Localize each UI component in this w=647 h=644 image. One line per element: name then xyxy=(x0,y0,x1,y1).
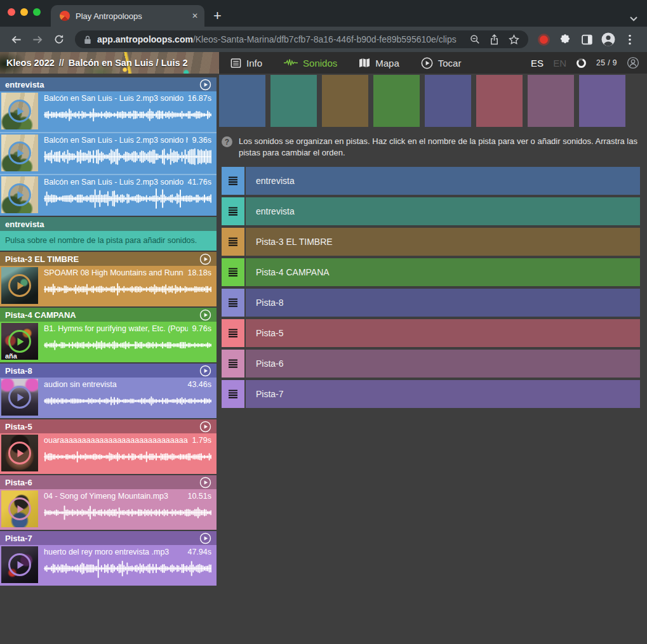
clip-play-icon[interactable] xyxy=(8,386,31,409)
minimize-window-button[interactable] xyxy=(20,8,28,16)
clip-play-icon[interactable] xyxy=(8,330,31,353)
sidebar-track-header[interactable]: Pista-6 xyxy=(0,475,217,489)
clip-play-icon[interactable] xyxy=(8,141,31,164)
audio-clip[interactable]: ouaraaaaaaaaaaaaaaaaaaaaaaaaaaaaaaaaaaa.… xyxy=(0,433,217,474)
track-row-body[interactable]: Pista-4 CAMPANA xyxy=(246,258,640,286)
track-row-body[interactable]: entrevista xyxy=(246,167,640,195)
audio-clip[interactable]: Balcón en San Luis - Luis 2.mp3 sonido h… xyxy=(0,133,217,175)
play-track-icon[interactable] xyxy=(199,309,211,321)
track-row-body[interactable]: Pista-6 xyxy=(246,350,640,378)
sidebar-track-header[interactable]: Pista-8 xyxy=(0,364,217,378)
sidebar-track-header[interactable]: Pista-3 EL TIMBRE xyxy=(0,252,217,266)
play-track-icon[interactable] xyxy=(199,476,211,489)
audio-clip[interactable]: audion sin entrevista43.46s xyxy=(0,378,217,418)
track-row-body[interactable]: Pista-7 xyxy=(246,380,640,408)
track-row[interactable]: Pista-3 EL TIMBRE xyxy=(222,228,640,256)
clip-title-row: 04 - Song of Yimeng Mountain.mp310.51s xyxy=(44,492,211,501)
clip-play-icon[interactable] xyxy=(8,442,31,464)
drag-handle-icon[interactable] xyxy=(222,258,244,286)
drag-handle-icon[interactable] xyxy=(222,228,244,256)
lang-en-button[interactable]: EN xyxy=(553,58,566,69)
clip-waveform xyxy=(44,335,211,355)
tab-search-chevron-icon[interactable] xyxy=(629,16,638,22)
sidebar-track-header[interactable]: Pista-5 xyxy=(0,419,217,433)
nav-item-sonidos[interactable]: Sonidos xyxy=(284,58,337,69)
drag-handle-icon[interactable] xyxy=(222,319,244,347)
audio-clip[interactable]: añaB1. Hymns for purifying water, Etc. (… xyxy=(0,322,217,362)
track-row[interactable]: entrevista xyxy=(222,197,640,225)
play-track-icon[interactable] xyxy=(199,365,211,377)
new-tab-button[interactable]: + xyxy=(213,9,222,23)
url-bar[interactable]: app.antropoloops.com/Kleos-Santa-Marina/… xyxy=(75,30,528,48)
tab-close-icon[interactable]: ✕ xyxy=(192,11,198,20)
browser-tab[interactable]: Play Antropoloops ✕ xyxy=(51,5,204,27)
maximize-window-button[interactable] xyxy=(33,8,41,16)
track-row-body[interactable]: Pista-3 EL TIMBRE xyxy=(246,228,640,256)
play-track-icon[interactable] xyxy=(199,532,211,544)
sidebar-track-header[interactable]: entrevista xyxy=(0,77,217,91)
drag-handle-icon[interactable] xyxy=(222,350,244,378)
reload-icon[interactable] xyxy=(50,30,69,49)
menu-dots-icon[interactable] xyxy=(620,30,639,49)
forward-icon[interactable] xyxy=(28,30,47,49)
recording-indicator-icon[interactable] xyxy=(540,36,548,44)
clip-play-icon[interactable] xyxy=(8,183,31,206)
track-row[interactable]: Pista-8 xyxy=(222,289,640,317)
sidebar-track-header[interactable]: Pista-7 xyxy=(0,531,217,545)
breadcrumb-project[interactable]: Kleos 2022 xyxy=(6,58,55,68)
drag-handle-icon[interactable] xyxy=(222,197,244,225)
track-row[interactable]: Pista-4 CAMPANA xyxy=(222,258,640,286)
clip-thumbnail xyxy=(1,546,38,583)
play-track-icon[interactable] xyxy=(199,421,211,433)
track-row-body[interactable]: Pista-8 xyxy=(246,289,640,317)
clip-title: huerto del rey moro entrevista .mp3 xyxy=(44,548,183,556)
share-icon[interactable] xyxy=(490,34,499,45)
clip-duration: 1.79s xyxy=(192,436,211,445)
track-row[interactable]: entrevista xyxy=(222,167,640,195)
lang-es-button[interactable]: ES xyxy=(531,58,544,69)
close-window-button[interactable] xyxy=(8,8,15,16)
track-row-body[interactable]: Pista-5 xyxy=(246,319,640,347)
play-track-icon[interactable] xyxy=(199,79,211,91)
clip-title: B1. Hymns for purifying water, Etc. (Pop… xyxy=(44,324,188,333)
extensions-puzzle-icon[interactable] xyxy=(556,30,575,49)
back-icon[interactable] xyxy=(6,30,25,49)
account-icon[interactable] xyxy=(627,56,639,69)
track-color-swatch xyxy=(425,75,471,127)
drag-handle-icon[interactable] xyxy=(222,380,244,408)
sidebar-track-header[interactable]: entrevista xyxy=(0,217,217,231)
track-row[interactable]: Pista-6 xyxy=(222,350,640,378)
profile-avatar-icon[interactable] xyxy=(599,30,618,49)
nav-item-tocar[interactable]: Tocar xyxy=(421,57,462,69)
track-empty-hint: Pulsa sobre el nombre de la pista para a… xyxy=(0,231,217,251)
bookmark-star-icon[interactable] xyxy=(509,34,519,45)
tab-title: Play Antropoloops xyxy=(76,11,186,21)
play-track-icon[interactable] xyxy=(199,253,211,265)
nav-item-info[interactable]: Info xyxy=(230,58,262,69)
track-color-swatches xyxy=(219,75,647,127)
clip-play-icon[interactable] xyxy=(8,274,31,297)
audio-clip[interactable]: huerto del rey moro entrevista .mp347.94… xyxy=(0,545,217,586)
track-color-swatch xyxy=(322,75,368,127)
track-row[interactable]: Pista-5 xyxy=(222,319,640,347)
breadcrumb[interactable]: Kleos 2022 // Balcón en San Luis / Luis … xyxy=(0,52,219,74)
audio-clip[interactable]: Balcón en San Luis - Luis 2.mp3 sonido h… xyxy=(0,91,217,133)
audio-clip[interactable]: Balcón en San Luis - Luis 2.mp3 sonido h… xyxy=(0,175,217,216)
nav-item-mapa[interactable]: Mapa xyxy=(359,58,399,69)
zoom-icon[interactable] xyxy=(470,34,480,44)
track-row[interactable]: Pista-7 xyxy=(222,380,640,408)
clip-play-icon[interactable] xyxy=(8,100,31,122)
clip-duration: 10.51s xyxy=(187,492,211,501)
track-row-body[interactable]: entrevista xyxy=(246,197,640,225)
clip-play-icon[interactable] xyxy=(8,553,31,576)
audio-clip[interactable]: SPOAMR 08 High Mountains and Running ...… xyxy=(0,266,217,306)
clip-title: Balcón en San Luis - Luis 2.mp3 sonido h… xyxy=(44,178,183,187)
clip-waveform xyxy=(44,503,211,523)
clip-play-icon[interactable] xyxy=(8,497,31,520)
drag-handle-icon[interactable] xyxy=(222,289,244,317)
drag-handle-icon[interactable] xyxy=(222,167,244,195)
lock-icon[interactable] xyxy=(84,35,91,44)
side-panel-icon[interactable] xyxy=(577,30,596,49)
audio-clip[interactable]: 04 - Song of Yimeng Mountain.mp310.51s xyxy=(0,489,217,530)
sidebar-track-header[interactable]: Pista-4 CAMPANA xyxy=(0,308,217,322)
